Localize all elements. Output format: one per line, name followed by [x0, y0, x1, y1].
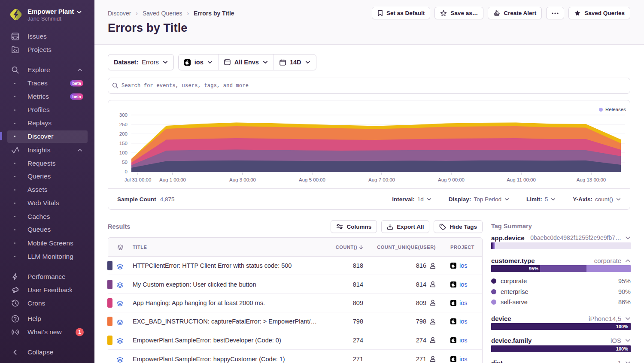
svg-text:150: 150	[119, 141, 128, 146]
svg-text:Aug 7 00:00: Aug 7 00:00	[368, 177, 395, 182]
svg-text:Aug 5 00:00: Aug 5 00:00	[299, 177, 325, 182]
svg-text:Aug 3 00:00: Aug 3 00:00	[229, 177, 256, 182]
svg-text:Aug 13 00:00: Aug 13 00:00	[577, 177, 606, 182]
svg-text:Aug 9 00:00: Aug 9 00:00	[438, 177, 465, 182]
svg-text:200: 200	[119, 131, 128, 136]
svg-text:100: 100	[119, 150, 128, 155]
svg-text:300: 300	[119, 112, 128, 118]
svg-text:250: 250	[119, 122, 128, 127]
svg-text:Jul 31 00:00: Jul 31 00:00	[125, 177, 152, 182]
svg-text:0: 0	[125, 169, 128, 174]
svg-text:Aug 11 00:00: Aug 11 00:00	[507, 177, 536, 182]
svg-text:Aug 1 00:00: Aug 1 00:00	[159, 177, 186, 182]
svg-text:50: 50	[122, 160, 128, 165]
